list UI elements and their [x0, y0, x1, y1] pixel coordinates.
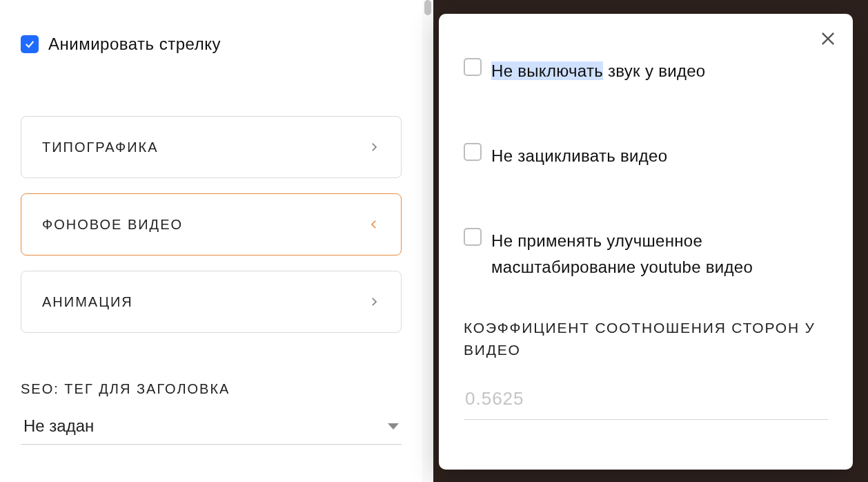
animate-arrow-label: Анимировать стрелку — [48, 35, 221, 54]
no-loop-label: Не зацикливать видео — [491, 143, 667, 168]
accordion-typography[interactable]: ТИПОГРАФИКА — [21, 116, 402, 178]
animate-arrow-row: Анимировать стрелку — [21, 35, 402, 54]
chevron-right-icon — [368, 141, 380, 153]
no-mute-checkbox[interactable] — [464, 58, 482, 76]
seo-heading-tag-label: SEO: ТЕГ ДЛЯ ЗАГОЛОВКА — [21, 381, 402, 397]
seo-heading-tag-value: Не задан — [23, 416, 94, 436]
no-loop-row: Не зацикливать видео — [464, 143, 828, 168]
chevron-right-icon — [368, 296, 380, 308]
no-scale-checkbox[interactable] — [464, 228, 482, 246]
no-scale-row: Не применять улучшенное масштабирование … — [464, 228, 828, 279]
close-icon — [818, 29, 838, 48]
no-mute-row: Не выключать звук у видео — [464, 58, 828, 84]
caret-down-icon — [388, 423, 399, 430]
aspect-ratio-input[interactable] — [464, 385, 828, 420]
seo-block: SEO: ТЕГ ДЛЯ ЗАГОЛОВКА Не задан — [21, 381, 402, 445]
accordion-animation-label: АНИМАЦИЯ — [42, 294, 133, 310]
accordion-bg-video-label: ФОНОВОЕ ВИДЕО — [42, 217, 183, 233]
no-scale-label: Не применять улучшенное масштабирование … — [491, 228, 828, 279]
accordion-typography-label: ТИПОГРАФИКА — [42, 139, 159, 155]
chevron-left-icon — [368, 218, 380, 231]
left-scrollbar[interactable] — [422, 0, 433, 482]
settings-left-panel: Анимировать стрелку ТИПОГРАФИКА ФОНОВОЕ … — [0, 0, 422, 482]
no-loop-checkbox[interactable] — [464, 143, 482, 161]
aspect-ratio-label: КОЭФФИЦИЕНТ СООТНОШЕНИЯ СТОРОН У ВИДЕО — [464, 317, 828, 362]
close-button[interactable] — [818, 29, 838, 48]
seo-heading-tag-select[interactable]: Не задан — [21, 412, 402, 445]
accordion-animation[interactable]: АНИМАЦИЯ — [21, 271, 402, 333]
accordion-bg-video[interactable]: ФОНОВОЕ ВИДЕО — [21, 193, 402, 256]
bg-video-popup: Не выключать звук у видео Не зацикливать… — [439, 14, 853, 470]
no-mute-label: Не выключать звук у видео — [491, 58, 706, 84]
animate-arrow-checkbox[interactable] — [21, 35, 39, 53]
